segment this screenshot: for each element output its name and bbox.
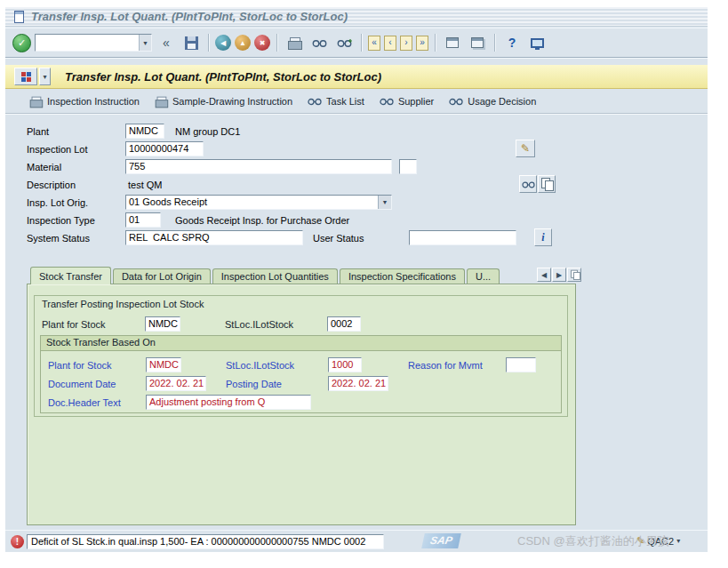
button-label: Task List (326, 96, 364, 107)
collapse-button[interactable]: « (156, 33, 177, 52)
bo-plant-for-stock-label[interactable]: Plant for Stock (48, 359, 112, 372)
monitor-icon (531, 38, 544, 48)
plant-for-stock-field[interactable]: NMDC (145, 316, 180, 332)
dropdown-icon[interactable]: ▼ (378, 196, 391, 209)
new-session-button[interactable] (442, 33, 463, 52)
insp-lot-orig-value: 01 Goods Receipt (126, 196, 378, 209)
toolbar-separator (494, 34, 495, 52)
posting-date-label[interactable]: Posting Date (226, 378, 282, 391)
material-extension-field[interactable] (399, 159, 417, 174)
cancel-button[interactable]: ✖ (254, 35, 270, 51)
glasses-icon (449, 97, 463, 106)
create-shortcut-button[interactable] (467, 33, 488, 52)
services-for-object-button[interactable] (14, 68, 37, 85)
status-list-arrow-icon[interactable]: ▾ (676, 537, 680, 545)
tab-usage[interactable]: U... (467, 268, 500, 284)
customize-local-layout-button[interactable] (526, 33, 548, 52)
user-status-field[interactable] (409, 230, 516, 245)
command-dropdown-icon[interactable]: ▼ (139, 35, 151, 51)
groupbox-header: Stock Transfer Based On (41, 336, 561, 351)
toolbar-separator (435, 34, 436, 52)
plant-label: Plant (27, 125, 49, 139)
printer-icon (288, 37, 301, 49)
save-button[interactable] (180, 33, 202, 52)
sap-logo: SAP (421, 533, 460, 548)
copy-button[interactable] (538, 175, 556, 193)
find-glasses-icon (312, 38, 327, 48)
posting-date-field[interactable]: 2022. 02. 21 (328, 376, 388, 391)
info-icon: i (541, 231, 544, 244)
csdn-watermark: CSDN @喜欢打酱油的小男孩 (517, 533, 669, 549)
tab-scroll-left-button[interactable]: ◀ (537, 268, 551, 282)
tab-strip: Stock Transfer Data for Lot Origin Inspe… (30, 267, 501, 284)
exit-button[interactable]: ▲ (235, 35, 251, 51)
last-page-button[interactable]: » (416, 36, 428, 51)
application-toolbar: Inspection Instruction Sample-Drawing In… (5, 90, 708, 114)
toolbar-separator (276, 34, 277, 52)
new-session-icon (446, 37, 459, 48)
groupbox-title: Transfer Posting Inspection Lot Stock (42, 299, 204, 309)
doc-header-text-label[interactable]: Doc.Header Text (48, 396, 121, 410)
glasses-icon (522, 180, 535, 188)
document-date-label[interactable]: Document Date (48, 378, 116, 391)
material-label: Material (27, 161, 61, 174)
window-icon (14, 11, 24, 23)
system-status-field[interactable]: REL CALC SPRQ (125, 230, 303, 245)
find-button[interactable] (308, 33, 330, 52)
tab-stock-transfer[interactable]: Stock Transfer (30, 267, 111, 284)
supplier-button[interactable]: Supplier (377, 94, 441, 108)
glasses-icon (380, 97, 394, 106)
tab-scroll-right-button[interactable]: ▶ (552, 268, 566, 282)
command-input[interactable] (36, 36, 139, 50)
screenshot-root: Transfer Insp. Lot Quant. (PlntToPlnt, S… (0, 0, 728, 568)
tab-data-for-lot-origin[interactable]: Data for Lot Origin (113, 268, 211, 284)
tab-inspection-lot-quantities[interactable]: Inspection Lot Quantities (212, 268, 338, 284)
change-display-button[interactable]: ✎ (516, 140, 535, 157)
toolbar-separator (361, 34, 362, 52)
print-button[interactable] (284, 33, 305, 52)
find-next-glasses-icon (337, 38, 352, 48)
display-material-button[interactable] (519, 175, 537, 193)
inspection-lot-field[interactable]: 10000000474 (125, 141, 204, 156)
status-message[interactable]: Deficit of SL Stck.in qual.insp 1,500- E… (27, 534, 384, 549)
bo-stloc-field[interactable]: 1000 (328, 357, 362, 372)
usage-decision-button[interactable]: Usage Decision (446, 94, 543, 108)
doc-header-text-field[interactable]: Adjustment posting from Q (146, 395, 311, 410)
reason-for-mvmt-field[interactable] (506, 357, 536, 372)
help-button[interactable]: ? (501, 33, 523, 52)
tab-inspection-specifications[interactable]: Inspection Specifications (340, 268, 465, 284)
tab-overview-button[interactable] (567, 268, 581, 282)
first-page-button[interactable]: « (368, 36, 380, 51)
button-label: Supplier (398, 96, 434, 107)
inspection-lot-label: Inspection Lot (27, 143, 88, 156)
document-date-field[interactable]: 2022. 02. 21 (146, 376, 206, 391)
bo-stloc-label[interactable]: StLoc.ILotStock (226, 359, 294, 372)
system-status-label: System Status (27, 232, 90, 245)
error-icon[interactable]: ! (11, 535, 24, 548)
window-titlebar: Transfer Insp. Lot Quant. (PlntToPlnt, S… (5, 7, 708, 27)
back-button[interactable]: ◀ (215, 35, 231, 51)
reason-for-mvmt-label[interactable]: Reason for Mvmt (408, 359, 483, 372)
inspection-type-field[interactable]: 01 (125, 212, 161, 228)
object-services-menu-button[interactable]: ▾ (39, 68, 51, 85)
button-label: Sample-Drawing Instruction (172, 96, 292, 107)
plant-field[interactable]: NMDC (125, 124, 164, 139)
inspection-instruction-button[interactable]: Inspection Instruction (27, 94, 147, 109)
bo-plant-for-stock-field[interactable]: NMDC (146, 357, 181, 372)
command-field[interactable]: ▼ (35, 34, 152, 52)
status-information-button[interactable]: i (534, 228, 552, 246)
sample-drawing-instruction-button[interactable]: Sample-Drawing Instruction (152, 94, 300, 109)
inspection-type-description: Goods Receipt Insp. for Purchase Order (175, 214, 349, 228)
plant-for-stock-label: Plant for Stock (42, 318, 106, 332)
toolbar-separator (208, 34, 209, 52)
material-field[interactable]: 755 (125, 159, 392, 174)
enter-button[interactable]: ✓ (12, 34, 31, 52)
previous-page-button[interactable]: ‹ (384, 36, 396, 51)
task-list-button[interactable]: Task List (305, 94, 372, 108)
find-next-button[interactable] (333, 33, 355, 52)
next-page-button[interactable]: › (400, 36, 412, 51)
standard-toolbar: ✓ ▼ « ◀ ▲ ✖ « ‹ › » ? (5, 28, 708, 58)
printer-icon (30, 96, 43, 107)
insp-lot-orig-select[interactable]: 01 Goods Receipt ▼ (125, 195, 392, 210)
stloc-ilotstock-field[interactable]: 0002 (327, 316, 361, 332)
